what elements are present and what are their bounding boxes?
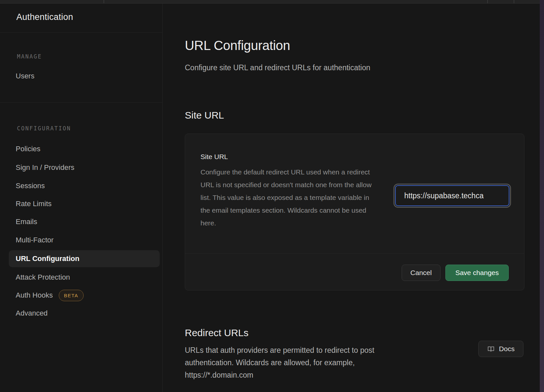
sidebar-item-url-configuration[interactable]: URL Configuration: [9, 250, 160, 267]
sidebar-item-label: Sessions: [16, 182, 45, 190]
beta-badge: BETA: [59, 290, 84, 301]
window-edge-accent: [540, 0, 544, 392]
sidebar-divider: [0, 102, 162, 103]
docs-button[interactable]: Docs: [478, 341, 523, 357]
cancel-button[interactable]: Cancel: [402, 265, 440, 281]
site-url-field-description: Configure the default redirect URL used …: [200, 166, 374, 229]
sidebar-item-auth-hooks[interactable]: Auth Hooks BETA: [9, 287, 160, 304]
auth-sidebar: Authentication MANAGE Users CONFIGURATIO…: [0, 4, 163, 392]
sidebar-item-label: Rate Limits: [16, 200, 52, 208]
tab-divider: [514, 0, 514, 3]
site-url-section-heading: Site URL: [185, 110, 224, 121]
sidebar-item-multi-factor[interactable]: Multi-Factor: [9, 232, 160, 249]
sidebar-item-label: Policies: [16, 145, 40, 153]
site-url-field-label: Site URL: [200, 153, 228, 161]
sidebar-item-label: Advanced: [16, 309, 48, 318]
sidebar-divider: [0, 32, 162, 33]
site-url-card: Site URL Configure the default redirect …: [185, 134, 524, 290]
sidebar-item-advanced[interactable]: Advanced: [9, 305, 160, 322]
sidebar-item-label: Users: [16, 72, 34, 80]
sidebar-item-attack-protection[interactable]: Attack Protection: [9, 269, 160, 286]
app-window: Authentication MANAGE Users CONFIGURATIO…: [0, 0, 544, 392]
sidebar-item-label: URL Configuration: [16, 254, 79, 263]
sidebar-item-label: Emails: [16, 218, 37, 226]
sidebar-item-emails[interactable]: Emails: [9, 213, 160, 230]
sidebar-section-label-configuration: CONFIGURATION: [17, 125, 71, 132]
save-changes-button[interactable]: Save changes: [445, 265, 509, 281]
redirect-urls-section-heading: Redirect URLs: [185, 327, 248, 338]
page-title: URL Configuration: [185, 38, 290, 53]
card-footer-divider: [185, 253, 524, 254]
tab-divider: [487, 0, 488, 3]
main-content: URL Configuration Configure site URL and…: [163, 4, 540, 392]
tab-divider: [104, 0, 104, 3]
docs-button-label: Docs: [499, 345, 515, 353]
site-url-input[interactable]: [395, 185, 509, 206]
sidebar-item-sign-in-providers[interactable]: Sign In / Providers: [9, 159, 160, 176]
sidebar-item-policies[interactable]: Policies: [9, 140, 160, 157]
sidebar-section-label-manage: MANAGE: [17, 53, 42, 60]
sidebar-item-sessions[interactable]: Sessions: [9, 177, 160, 194]
book-open-icon: [487, 346, 495, 352]
sidebar-item-label: Multi-Factor: [16, 236, 54, 244]
redirect-urls-description: URLs that auth providers are permitted t…: [185, 344, 413, 381]
sidebar-item-label: Sign In / Providers: [16, 163, 74, 172]
browser-tab-strip: [0, 0, 544, 4]
sidebar-item-label: Auth Hooks: [16, 291, 53, 300]
page-subtitle: Configure site URL and redirect URLs for…: [185, 63, 370, 72]
sidebar-item-rate-limits[interactable]: Rate Limits: [9, 195, 160, 212]
sidebar-item-label: Attack Protection: [16, 273, 70, 282]
sidebar-title: Authentication: [16, 12, 73, 22]
sidebar-item-users[interactable]: Users: [9, 68, 160, 85]
